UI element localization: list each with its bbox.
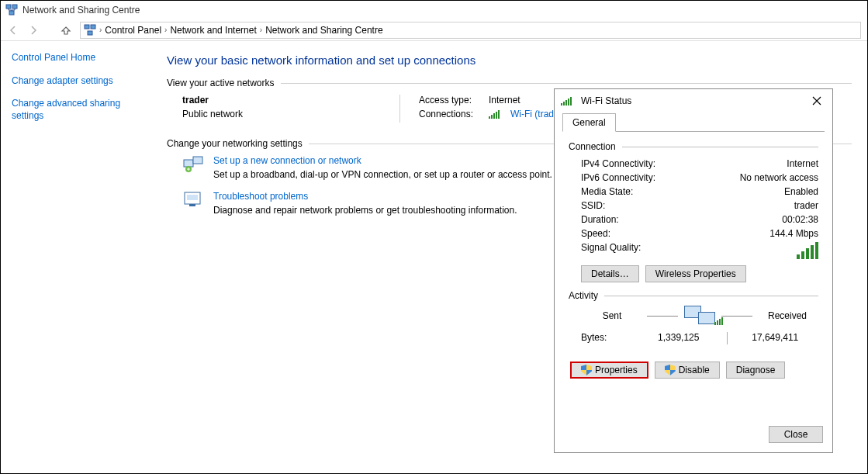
svg-rect-1 [12, 5, 17, 9]
ipv4-label: IPv4 Connectivity: [581, 158, 655, 169]
duration-label: Duration: [581, 214, 619, 225]
setup-connection-link[interactable]: Set up a new connection or network [213, 155, 552, 166]
activity-group-label: Activity [569, 290, 598, 301]
breadcrumb-network-internet[interactable]: Network and Internet [170, 25, 256, 36]
troubleshoot-desc: Diagnose and repair network problems or … [213, 205, 517, 216]
wifi-status-dialog: Wi-Fi Status General Connection IPv4 Con… [554, 88, 833, 453]
bytes-received-value: 17,649,411 [732, 332, 819, 344]
svg-rect-3 [85, 25, 89, 29]
network-type: Public network [182, 109, 399, 119]
wireless-properties-button[interactable]: Wireless Properties [645, 265, 746, 282]
group-active-networks-label: View your active networks [167, 78, 275, 88]
access-type-value: Internet [489, 95, 520, 106]
chevron-right-icon: › [164, 26, 167, 34]
connection-group-label: Connection [569, 141, 616, 152]
chevron-right-icon: › [260, 26, 262, 34]
diagnose-button[interactable]: Diagnose [726, 362, 786, 379]
connections-label: Connections: [419, 109, 481, 119]
svg-rect-10 [187, 195, 198, 200]
breadcrumb-control-panel[interactable]: Control Panel [105, 25, 161, 36]
bytes-sent-value: 1,339,125 [635, 332, 722, 344]
window-titlebar: Network and Sharing Centre [1, 1, 867, 19]
shield-icon [581, 365, 592, 375]
disable-button-label: Disable [679, 365, 710, 375]
ssid-label: SSID: [581, 200, 605, 211]
group-settings-label: Change your networking settings [167, 138, 303, 149]
media-state-value: Enabled [784, 186, 818, 197]
duration-value: 00:02:38 [782, 214, 818, 225]
divider [647, 316, 678, 317]
breadcrumb-current[interactable]: Network and Sharing Centre [265, 25, 382, 36]
setup-connection-desc: Set up a broadband, dial-up or VPN conne… [213, 169, 552, 180]
sidebar: Control Panel Home Change adapter settin… [1, 41, 164, 473]
window-title: Network and Sharing Centre [22, 5, 140, 16]
network-center-icon [84, 24, 96, 36]
network-name: trader [182, 95, 399, 106]
wifi-signal-icon [561, 96, 572, 106]
svg-rect-2 [9, 11, 14, 15]
svg-rect-4 [91, 25, 95, 29]
svg-rect-0 [6, 5, 11, 9]
troubleshoot-icon [182, 191, 204, 208]
divider [622, 147, 818, 147]
new-connection-icon [182, 155, 204, 172]
navigation-bar: › Control Panel › Network and Internet ›… [1, 19, 867, 41]
properties-button[interactable]: Properties [570, 362, 648, 379]
ipv6-label: IPv6 Connectivity: [581, 172, 655, 183]
details-button[interactable]: Details… [581, 265, 639, 282]
sidebar-home-link[interactable]: Control Panel Home [12, 52, 153, 64]
svg-rect-7 [193, 157, 202, 164]
sidebar-link-sharing[interactable]: Change advanced sharing settings [12, 98, 153, 122]
close-dialog-button[interactable]: Close [769, 426, 823, 443]
media-state-label: Media State: [581, 186, 633, 197]
tab-general[interactable]: General [562, 113, 616, 132]
sidebar-link-adapter[interactable]: Change adapter settings [12, 75, 153, 88]
activity-computers-icon [683, 306, 717, 326]
divider [721, 316, 752, 317]
speed-label: Speed: [581, 228, 610, 239]
shield-icon [665, 365, 676, 375]
access-type-label: Access type: [419, 95, 481, 106]
back-button[interactable] [7, 24, 19, 36]
ipv4-value: Internet [787, 158, 818, 169]
speed-value: 144.4 Mbps [769, 228, 818, 239]
svg-rect-11 [189, 204, 195, 206]
divider [281, 83, 852, 84]
svg-rect-5 [88, 31, 92, 35]
ssid-value: trader [794, 200, 818, 211]
wifi-signal-icon [489, 109, 500, 119]
signal-quality-label: Signal Quality: [581, 242, 641, 259]
up-button[interactable] [60, 24, 72, 36]
forward-button[interactable] [27, 24, 40, 36]
received-label: Received [756, 310, 818, 321]
chevron-right-icon: › [99, 26, 102, 34]
dialog-title: Wi-Fi Status [581, 95, 631, 106]
network-center-icon [5, 4, 18, 16]
sent-label: Sent [581, 310, 643, 321]
address-bar[interactable]: › Control Panel › Network and Internet ›… [80, 22, 861, 39]
bytes-label: Bytes: [581, 332, 635, 344]
svg-rect-6 [184, 160, 193, 167]
disable-button[interactable]: Disable [655, 362, 720, 379]
signal-quality-icon [797, 242, 818, 259]
close-button[interactable] [807, 92, 826, 110]
divider [604, 296, 818, 296]
troubleshoot-link[interactable]: Troubleshoot problems [213, 191, 517, 202]
page-title: View your basic network information and … [167, 54, 852, 67]
ipv6-value: No network access [740, 172, 818, 183]
properties-button-label: Properties [595, 365, 638, 375]
divider [727, 332, 728, 344]
